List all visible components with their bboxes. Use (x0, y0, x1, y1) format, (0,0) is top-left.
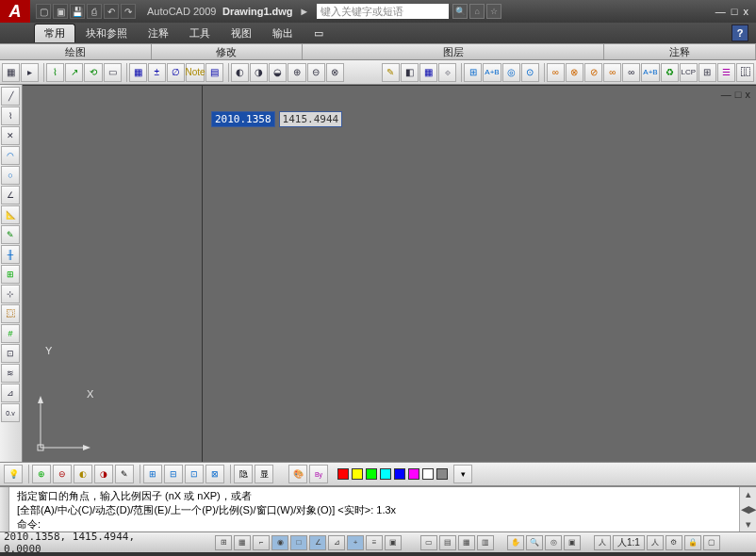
tb-icon[interactable]: ⊘ (584, 63, 602, 82)
tb-icon[interactable]: ◑ (250, 63, 268, 82)
lb-icon[interactable]: ⊡ (185, 465, 204, 483)
vtb-stairs-icon[interactable]: ⿴ (1, 304, 20, 323)
doc-maximize-button[interactable]: □ (735, 89, 742, 100)
tb-icon[interactable]: ✎ (382, 63, 400, 82)
vtb-line-icon[interactable]: ╱ (1, 87, 20, 106)
sb-dyn-icon[interactable]: + (347, 535, 364, 550)
lb-icon[interactable]: ✎ (115, 465, 134, 483)
lb-icon[interactable]: ⊖ (53, 465, 72, 483)
lb-icon[interactable]: ◐ (74, 465, 92, 483)
sb-otrack-icon[interactable]: ∠ (309, 535, 326, 550)
panel-modify[interactable]: 修改 (152, 44, 304, 59)
tb-icon[interactable]: ⟐ (438, 63, 456, 82)
tb-icon[interactable]: ⊗ (566, 63, 583, 82)
panel-layer[interactable]: 图层 (303, 44, 604, 59)
qat-open-icon[interactable]: ▣ (53, 4, 68, 19)
star-icon[interactable]: ☆ (486, 4, 501, 19)
tb-icon[interactable]: ∅ (167, 63, 185, 82)
sb-ortho-icon[interactable]: ⌐ (253, 535, 270, 550)
qat-new-icon[interactable]: ▢ (36, 4, 51, 19)
sb-ducs-icon[interactable]: ⊿ (328, 535, 345, 550)
tb-icon[interactable]: ◒ (269, 63, 287, 82)
sb-lwt-icon[interactable]: ≡ (366, 535, 383, 550)
color-swatch[interactable] (436, 468, 448, 480)
cmd-prompt[interactable]: 命令: (17, 517, 750, 531)
maximize-button[interactable]: □ (731, 6, 738, 17)
sb-wheel-icon[interactable]: ◎ (545, 535, 562, 550)
vtb-circle-icon[interactable]: ○ (1, 166, 20, 185)
lb-icon[interactable]: ⊞ (143, 465, 162, 483)
vtb-scale-icon[interactable]: 0.v (1, 403, 20, 422)
qat-redo-icon[interactable]: ↷ (121, 4, 136, 19)
tb-icon[interactable]: ◧ (401, 63, 419, 82)
tb-icon[interactable]: ∞ (547, 63, 565, 82)
tb-icon[interactable]: ⌇ (46, 63, 64, 82)
tb-icon[interactable]: A+B (641, 63, 659, 82)
vtb-measure-icon[interactable]: 📐 (1, 205, 20, 224)
tb-icon[interactable]: ⊕ (288, 63, 305, 82)
vtb-tree-icon[interactable]: ⊹ (1, 285, 20, 303)
color-swatch[interactable] (408, 468, 419, 480)
dynamic-input[interactable]: 2010.1358 1415.4944 (211, 111, 342, 127)
qat-print-icon[interactable]: ⎙ (87, 4, 102, 19)
sb-snap-icon[interactable]: ⊞ (215, 535, 232, 550)
command-window[interactable]: 指定窗口的角点，输入比例因子 (nX 或 nXP)，或者 [全部(A)/中心(C… (0, 486, 756, 531)
sb-pan-icon[interactable]: ✋ (507, 535, 524, 550)
color-swatch[interactable] (337, 468, 349, 480)
sb-ann-icon[interactable]: 人 (594, 535, 611, 550)
tb-icon[interactable]: ◎ (502, 63, 520, 82)
vtb-xline-icon[interactable]: ✕ (1, 126, 20, 145)
sb-annvis-icon[interactable]: 人 (647, 535, 664, 550)
tb-icon[interactable]: ◐ (231, 63, 249, 82)
lb-icon[interactable]: ⊠ (205, 465, 224, 483)
sb-model-icon[interactable]: ▭ (420, 535, 437, 550)
tb-icon[interactable]: ▭ (104, 63, 122, 82)
lb-icon[interactable]: ⊟ (164, 465, 183, 483)
tb-icon[interactable]: ⊖ (307, 63, 325, 82)
doc-minimize-button[interactable]: — (721, 89, 731, 100)
sb-polar-icon[interactable]: ◉ (271, 535, 288, 550)
tab-tools[interactable]: 工具 (179, 24, 221, 43)
panel-draw[interactable]: 绘图 (0, 44, 152, 59)
vtb-field-icon[interactable]: ⊞ (1, 265, 20, 284)
cmd-scrollbar[interactable]: ▴◀▶▾ (739, 487, 756, 531)
tb-icon[interactable]: ▦ (129, 63, 147, 82)
tab-annotate[interactable]: 注释 (138, 24, 179, 43)
vtb-grid-icon[interactable]: # (1, 324, 20, 343)
tb-icon[interactable]: ⊙ (521, 63, 539, 82)
tb-icon[interactable]: ∞ (622, 63, 640, 82)
vtb-arc-icon[interactable]: ◠ (1, 146, 20, 165)
tb-icon[interactable]: ⊞ (698, 63, 716, 82)
lb-icon[interactable]: ◑ (94, 465, 113, 483)
sb-grid-icon[interactable]: ▦ (234, 535, 251, 550)
coord-x-input[interactable]: 2010.1358 (211, 111, 275, 127)
help-button[interactable]: ? (731, 25, 748, 41)
search-icon[interactable]: 🔍 (452, 4, 468, 19)
qat-save-icon[interactable]: 💾 (70, 4, 85, 19)
vtb-mirror-icon[interactable]: ⊿ (1, 384, 20, 402)
tab-blocks[interactable]: 块和参照 (75, 24, 138, 43)
lb-show-button[interactable]: 显 (255, 465, 273, 483)
tb-icon[interactable]: LCP (680, 63, 698, 82)
tb-icon[interactable]: ☰ (717, 63, 735, 82)
tab-common[interactable]: 常用 (34, 24, 75, 42)
sb-showmotion-icon[interactable]: ▣ (564, 535, 581, 550)
vtb-pencil-icon[interactable]: ✎ (1, 225, 20, 244)
color-swatch[interactable] (352, 468, 363, 480)
doc-close-button[interactable]: x (746, 89, 751, 100)
sb-zoom-icon[interactable]: 🔍 (526, 535, 543, 550)
color-swatch[interactable] (394, 468, 405, 480)
sb-quickview2-icon[interactable]: ▥ (477, 535, 494, 550)
sb-layout-icon[interactable]: ▤ (439, 535, 456, 550)
vtb-pline-icon[interactable]: ⌇ (1, 106, 20, 125)
tb-icon[interactable]: ▦ (419, 63, 437, 82)
tb-icon[interactable]: ⊞ (464, 63, 482, 82)
color-swatch[interactable] (366, 468, 377, 480)
lb-colorwheel-icon[interactable]: 🎨 (288, 465, 307, 483)
qat-undo-icon[interactable]: ↶ (104, 4, 119, 19)
sb-lock-icon[interactable]: 🔒 (684, 535, 701, 550)
lb-bylayer-icon[interactable]: By (309, 465, 328, 483)
tb-icon[interactable]: ♻ (661, 63, 679, 82)
tb-icon[interactable]: A+B (483, 63, 501, 82)
color-swatch[interactable] (380, 468, 391, 480)
